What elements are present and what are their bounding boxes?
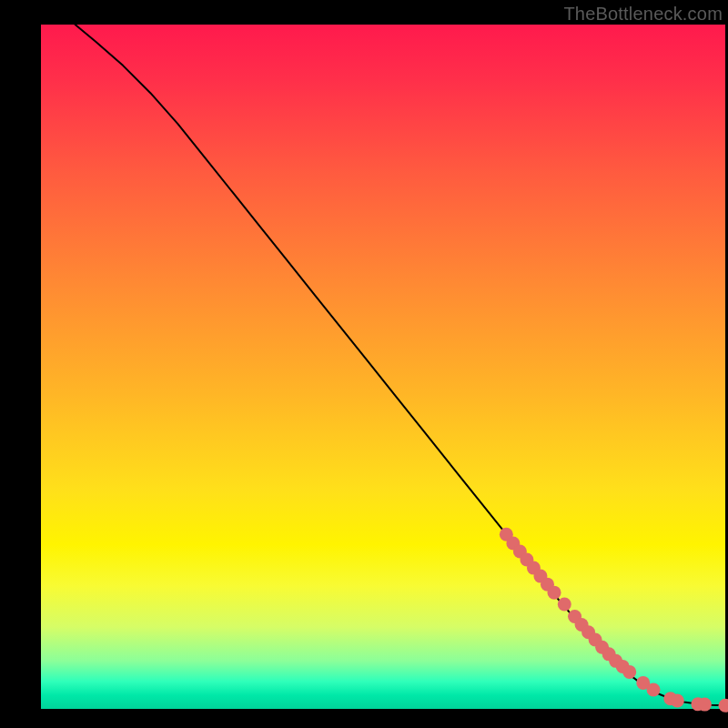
data-point (622, 665, 636, 679)
attribution-text: TheBottleneck.com (563, 4, 723, 25)
chart-stage: TheBottleneck.com (0, 0, 728, 728)
data-point (647, 682, 661, 696)
chart-overlay-svg (41, 25, 725, 709)
scatter-markers (500, 528, 728, 713)
curve-line (76, 25, 725, 705)
data-point (548, 586, 561, 600)
data-point (671, 693, 684, 707)
data-point (558, 597, 571, 611)
data-point (698, 698, 712, 712)
plot-area (41, 25, 725, 709)
data-point (719, 699, 729, 713)
